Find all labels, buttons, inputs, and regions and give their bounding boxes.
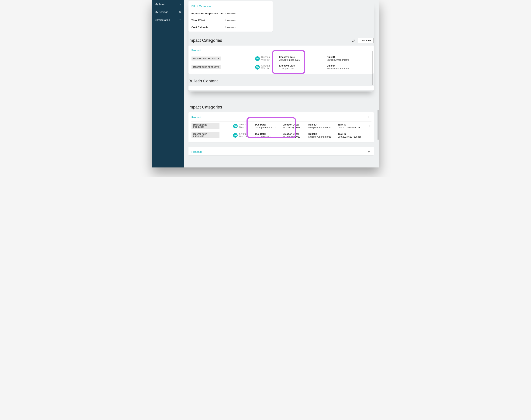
user-name: Stephan Wächter xyxy=(239,123,248,129)
edit-icon[interactable] xyxy=(351,38,356,43)
kv-value: 28 September 2021 xyxy=(255,126,280,129)
main-content: Effort Overview Expected Compliance Date… xyxy=(184,0,379,167)
sidebar-item-my-tasks[interactable]: My Tasks xyxy=(152,0,184,8)
sidebar-item-configuration[interactable]: Configuration xyxy=(152,16,184,24)
add-process-button[interactable]: + xyxy=(367,150,371,153)
product-tag: MASTERCARD PRODUCTS xyxy=(192,65,221,69)
bulletin: Bulletin Multiple Amendments xyxy=(327,64,351,70)
due-date: Due Date: 28 September 2021 xyxy=(255,123,280,129)
kv-label: Creation Date: xyxy=(283,133,305,135)
kv-label: Bulletin xyxy=(327,64,351,67)
sliders-icon xyxy=(178,10,182,14)
scrollbar[interactable] xyxy=(372,51,373,85)
user-first: Stephan xyxy=(239,133,248,135)
product-row[interactable]: MASTERCARD PRODUCTS SW Stephan Wächter E… xyxy=(191,63,371,72)
lower-frame: Impact Categories Product + MASTERCARD P… xyxy=(188,91,374,155)
user-first: Stephan xyxy=(261,64,270,67)
sidebar-item-label: My Tasks xyxy=(155,3,166,5)
user-last: Wächter xyxy=(239,126,248,129)
add-product-button[interactable]: + xyxy=(367,115,371,119)
impact-categories-header-1: Impact Categories CONFIRM xyxy=(188,38,374,43)
kv-value: 28 September 2021 xyxy=(279,59,307,61)
chevron-right-icon[interactable]: › xyxy=(369,134,370,137)
effort-value: Unknown xyxy=(226,12,236,15)
kv-value: 11 January 2023 xyxy=(283,135,305,138)
bulletin-content-card-stub xyxy=(188,86,374,90)
assignee: SW Stephan Wächter xyxy=(233,123,252,129)
chevron-right-icon[interactable]: › xyxy=(369,124,370,128)
bulletin: Bulletin Multiple Amendments xyxy=(308,133,335,138)
home-icon xyxy=(178,18,182,22)
sidebar-item-label: Configuration xyxy=(155,18,170,21)
sidebar-item-my-settings[interactable]: My Settings xyxy=(152,8,184,16)
bulletin-content-header: Bulletin Content xyxy=(188,79,374,84)
panel-header: Product + xyxy=(191,115,371,121)
kv-label: Bulletin xyxy=(308,133,335,135)
user-name: Stephan Wächter xyxy=(261,56,270,61)
effort-label: Cost Estimate xyxy=(192,26,226,29)
avatar: SW xyxy=(233,133,238,138)
effort-row: Expected Compliance Date Unknown xyxy=(188,10,273,17)
process-panel: Process + xyxy=(188,147,374,155)
product-panel-1: Product MASTERCARD PRODUCTS SW Stephan W… xyxy=(188,45,374,74)
section-title: Impact Categories xyxy=(188,105,222,110)
creation-date: Creation Date: 11 January 2023 xyxy=(283,133,305,138)
scrollbar[interactable] xyxy=(378,110,379,140)
product-row[interactable]: MASTERCARD PRODUCTS SW Stephan Wächter D… xyxy=(191,121,371,131)
kv-label: Effective Date: xyxy=(279,56,307,59)
user-last: Wächter xyxy=(261,59,270,61)
svg-rect-1 xyxy=(179,4,181,5)
user-first: Stephan xyxy=(261,56,270,59)
user-name: Stephan Wächter xyxy=(239,133,248,138)
kv-label: Rule ID xyxy=(327,56,351,59)
due-date: Due Date: 17 August 2021 xyxy=(255,133,280,138)
product-tag: MASTERCARD PRODUCTS xyxy=(192,123,220,129)
product-row[interactable]: MASTERCARD PRODUCTS SW Stephan Wächter E… xyxy=(191,54,371,63)
kv-value: 17 August 2021 xyxy=(255,135,280,138)
effort-row: Cost Estimate Unknown xyxy=(188,24,273,30)
effective-date: Effective Date: 28 September 2021 xyxy=(279,56,307,61)
effort-label: Time Effort xyxy=(192,19,226,22)
kv-label: Effective Date: xyxy=(279,64,307,67)
user-name: Stephan Wächter xyxy=(261,65,270,70)
section-actions: CONFIRM xyxy=(351,38,374,43)
avatar: SW xyxy=(233,124,238,128)
panel-header: Process + xyxy=(191,150,371,154)
rule-id: Rule ID Multiple Amendments xyxy=(327,56,351,61)
assignee: SW Stephan Wächter xyxy=(255,56,276,61)
effort-value: Unknown xyxy=(226,19,236,22)
assignee: SW Stephan Wächter xyxy=(233,133,252,138)
kv-value: Multiple Amendments xyxy=(308,135,335,138)
upper-frame: Effort Overview Expected Compliance Date… xyxy=(188,1,374,91)
user-tasks-icon xyxy=(178,2,182,6)
kv-label: Creation Date: xyxy=(283,123,305,126)
section-title: Bulletin Content xyxy=(188,79,218,84)
effort-overview-title: Effort Overview xyxy=(188,4,273,10)
kv-value: 11 January 2023 xyxy=(283,126,305,129)
task-id: Task ID 003.2023.9995137087 xyxy=(338,123,366,129)
sidebar: My Tasks My Settings Configuration xyxy=(152,0,184,167)
product-tag: MASTERCARD PRODUCTS xyxy=(192,57,221,60)
assignee: SW Stephan Wächter xyxy=(255,65,276,70)
kv-label: Due Date: xyxy=(255,133,280,135)
effort-label: Expected Compliance Date xyxy=(192,12,226,15)
effective-date: Effective Date: 17 August 2021 xyxy=(279,64,307,70)
kv-label: Task ID xyxy=(338,123,366,126)
confirm-button[interactable]: CONFIRM xyxy=(358,38,374,43)
avatar: SW xyxy=(255,56,260,61)
svg-point-0 xyxy=(180,3,180,3)
product-row[interactable]: MASTERCARD PRODUCTS SW Stephan Wächter D… xyxy=(191,131,371,140)
kv-value: Multiple Amendments xyxy=(327,59,351,61)
kv-value: Multiple Amendments xyxy=(308,126,335,129)
effort-value: Unknown xyxy=(226,26,236,29)
product-tag: MASTERCARD PRODUCTS xyxy=(192,132,220,138)
panel-header: Product xyxy=(191,49,371,54)
sidebar-item-label: My Settings xyxy=(155,11,168,14)
kv-label: Rule ID xyxy=(308,123,335,126)
rule-id: Rule ID Multiple Amendments xyxy=(308,123,335,129)
kv-label: Due Date: xyxy=(255,123,280,126)
panel-title: Product xyxy=(192,116,201,119)
kv-label: Task ID xyxy=(338,133,366,135)
kv-value: Multiple Amendments xyxy=(327,67,351,70)
user-first: Stephan xyxy=(239,123,248,126)
